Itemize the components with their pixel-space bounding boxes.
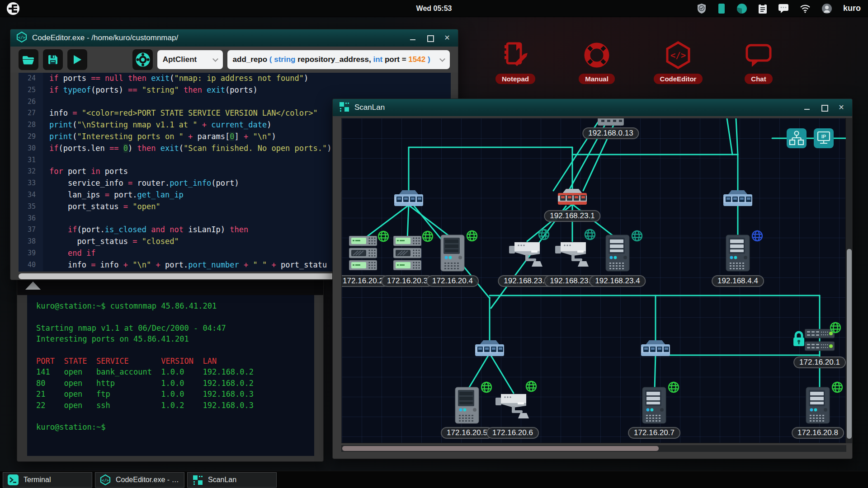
taskbar-item-codeeditor[interactable]: </>CodeEditor.exe - … — [95, 472, 184, 488]
globe-icon — [583, 228, 597, 243]
chevron-down-icon — [212, 56, 218, 62]
codeeditor-icon: </> — [664, 41, 693, 71]
code-editor-titlebar[interactable]: </> CodeEditor.exe - /home/kuro/customnm… — [10, 29, 458, 47]
ip-label: 172.16.20.4 — [426, 275, 479, 287]
line-number: 35 — [19, 201, 43, 213]
globe-icon — [829, 321, 842, 336]
terminal-output[interactable]: kuro@station:~$ customnmap 45.86.41.201 … — [27, 295, 314, 456]
globe-icon — [667, 380, 680, 396]
map-hscroll-thumb[interactable] — [342, 446, 659, 451]
class-dropdown[interactable]: AptClient — [157, 50, 223, 69]
api-wheel-button[interactable] — [132, 49, 152, 70]
maximize-button[interactable] — [426, 34, 434, 42]
map-device-192.168.23.3[interactable] — [555, 239, 590, 269]
map-vertical-scrollbar[interactable] — [845, 118, 852, 443]
desktop-icon-codeeditor[interactable]: </>CodeEditor — [644, 41, 712, 84]
phone-icon[interactable] — [717, 3, 726, 14]
chat-icon[interactable] — [778, 4, 789, 14]
ip-map-button[interactable]: IP — [814, 128, 834, 148]
open-file-button[interactable] — [19, 49, 38, 70]
taskbar-item-terminal[interactable]: Terminal — [3, 472, 92, 488]
terminal-window: kuro@station:~$ customnmap 45.86.41.201 … — [17, 277, 324, 462]
ip-label: 192.168.4.4 — [712, 275, 764, 287]
scanlan-titlebar[interactable]: ScanLan ✕ — [333, 99, 852, 116]
run-button[interactable] — [67, 49, 87, 70]
map-device-switch_blue[interactable] — [722, 189, 754, 209]
globe-icon — [524, 380, 538, 395]
map-device-172.16.20.4[interactable] — [440, 235, 465, 273]
map-device-192.168.23.1[interactable] — [557, 188, 588, 207]
desktop-icon-manual[interactable]: Manual — [563, 41, 631, 84]
line-number: 33 — [19, 178, 43, 189]
map-device-172.16.20.8[interactable] — [806, 387, 830, 426]
globe-icon — [480, 380, 493, 396]
desktop-icon-chat[interactable]: Chat — [725, 41, 793, 84]
ip-label: 172.16.20.3 — [381, 275, 434, 287]
shield-icon[interactable] — [697, 3, 707, 14]
top-bar: Wed 05:53 kuro — [0, 0, 868, 17]
save-button[interactable] — [43, 49, 63, 70]
desktop-icon-label: CodeEditor — [654, 74, 703, 84]
minimize-button[interactable] — [409, 34, 416, 42]
map-device-switch_blue[interactable] — [640, 339, 671, 359]
taskbar-item-label: Terminal — [24, 476, 51, 484]
map-device-172.16.20.2[interactable] — [349, 236, 377, 272]
desktop-icon-notepad[interactable]: Notepad — [481, 41, 549, 84]
line-number: 24 — [19, 73, 43, 84]
terminal-line: 22 open ssh 1.0.2 192.168.0.3 — [36, 400, 314, 411]
svg-text:</>: </> — [102, 478, 108, 483]
close-button[interactable]: ✕ — [443, 34, 451, 42]
terminal-line: 80 open http 1.0.0 192.168.0.2 — [36, 378, 314, 389]
class-dropdown-value: AptClient — [163, 55, 197, 64]
maximize-button[interactable] — [821, 104, 828, 111]
avatar-icon[interactable] — [821, 3, 832, 14]
taskbar-item-scanlan[interactable]: ScanLan — [187, 472, 277, 488]
map-device-192.168.23.4[interactable] — [605, 235, 630, 273]
map-device-172.16.20.6[interactable] — [495, 390, 530, 421]
line-number: 32 — [19, 166, 43, 178]
wifi-icon[interactable] — [800, 4, 811, 13]
close-button[interactable]: ✕ — [838, 104, 845, 111]
globe-icon — [830, 380, 844, 396]
line-number: 34 — [19, 189, 43, 201]
globe-icon — [377, 230, 390, 245]
map-device-switch_blue[interactable] — [474, 339, 505, 359]
map-device-172.16.20.5[interactable] — [455, 387, 479, 426]
ip-label: 172.16.20.6 — [486, 427, 539, 439]
map-vscroll-thumb[interactable] — [847, 249, 852, 439]
map-device-192.168.0.13[interactable] — [598, 118, 624, 127]
map-device-172.16.20.7[interactable] — [642, 387, 666, 426]
signature-dropdown[interactable]: add_repo ( string repository_address, in… — [227, 50, 450, 69]
globe-icon — [465, 229, 479, 244]
line-number: 39 — [19, 248, 43, 259]
map-device-192.168.23.2[interactable] — [509, 239, 543, 269]
ip-label: 192.168.0.13 — [582, 127, 639, 139]
ip-label: 172.16.20.5 — [441, 427, 493, 439]
map-horizontal-scrollbar[interactable] — [341, 445, 846, 452]
map-device-192.168.4.4[interactable] — [726, 235, 750, 273]
scroll-up-arrow-icon[interactable] — [25, 282, 41, 290]
ip-label: 192.168.23.1 — [544, 210, 600, 222]
line-number: 40 — [19, 259, 43, 271]
username: kuro — [843, 4, 861, 13]
map-device-switch_blue[interactable] — [393, 189, 425, 209]
notepad-icon — [501, 41, 530, 71]
ip-label: 172.16.20.1 — [793, 357, 846, 368]
terminal-line — [36, 345, 314, 356]
terminal-line — [36, 311, 314, 322]
terminal-icon — [7, 474, 19, 486]
clipboard-icon[interactable] — [758, 3, 767, 14]
map-device-172.16.20.3[interactable] — [393, 236, 421, 272]
network-map[interactable]: 192.168.0.13192.168.23.1172.16.20.2172.1… — [341, 118, 846, 443]
terminal-line: kuro@station:~$ customnmap 45.86.41.201 — [36, 300, 314, 311]
scanlan-title: ScanLan — [354, 103, 385, 112]
subnet-map-button[interactable] — [787, 128, 807, 148]
globe-icon — [630, 229, 644, 244]
pie-icon[interactable] — [736, 3, 747, 14]
scanlan-icon — [192, 474, 203, 486]
minimize-button[interactable] — [803, 104, 811, 111]
system-tray: kuro — [697, 3, 868, 14]
code-editor-toolbar: AptClient add_repo ( string repository_a… — [10, 47, 458, 73]
os-logo-icon[interactable] — [6, 2, 20, 15]
scanlan-icon — [338, 101, 350, 114]
